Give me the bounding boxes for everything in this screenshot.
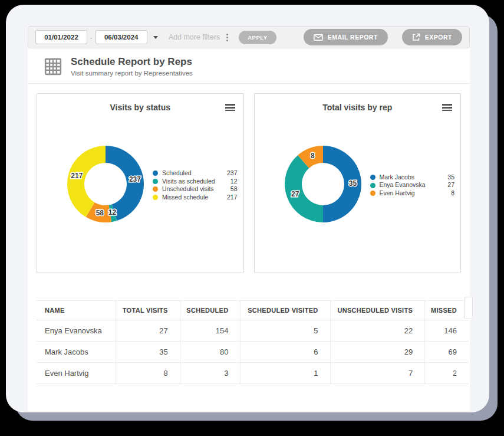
legend-value: 58 <box>230 185 238 194</box>
table-scrollbar-thumb[interactable] <box>464 297 473 319</box>
slice-value-label: 12 <box>108 208 117 217</box>
value-cell: 29 <box>330 342 425 363</box>
value-cell: 7 <box>330 363 425 384</box>
date-dropdown-caret-icon[interactable] <box>153 36 158 39</box>
more-options-icon[interactable] <box>225 32 229 42</box>
legend-dot-icon <box>153 171 158 176</box>
table-row[interactable]: Enya Evanovska27154522146 <box>37 320 469 342</box>
legend-label: Missed schedule <box>162 194 208 202</box>
donut-chart: 2371258217 <box>64 143 147 225</box>
legend-dot-icon <box>370 175 375 180</box>
chart-menu-icon[interactable] <box>225 103 235 113</box>
chart-legend: Scheduled237Visits as scheduled12Unsched… <box>153 169 238 201</box>
legend-value: 35 <box>447 173 454 182</box>
page-title: Schedule Report by Reps <box>71 56 193 68</box>
legend-dot-icon <box>153 195 158 200</box>
legend-item[interactable]: Enya Evanovska27 <box>370 181 455 189</box>
value-cell: 154 <box>180 320 241 342</box>
envelope-icon <box>314 34 323 41</box>
rep-name-cell: Enya Evanovska <box>37 320 116 342</box>
slice-value-label: 237 <box>129 175 141 183</box>
table-column-header[interactable]: MISSED <box>425 301 469 320</box>
value-cell: 146 <box>425 320 469 342</box>
legend-dot-icon <box>153 179 158 184</box>
legend-label: Visits as scheduled <box>162 178 215 186</box>
export-label: EXPORT <box>425 34 452 41</box>
value-cell: 6 <box>241 342 330 363</box>
legend-label: Scheduled <box>162 169 192 178</box>
value-cell: 1 <box>241 363 330 384</box>
value-cell: 5 <box>241 320 330 342</box>
table-column-header[interactable]: TOTAL VISITS <box>116 301 180 320</box>
reps-table-wrap: NAMETOTAL VISITSSCHEDULEDSCHEDULED VISIT… <box>28 273 470 384</box>
legend-label: Unscheduled visits <box>162 185 214 194</box>
export-icon <box>412 33 420 41</box>
legend-label: Mark Jacobs <box>380 173 415 182</box>
legend-dot-icon <box>153 186 158 192</box>
value-cell: 8 <box>116 363 180 384</box>
apply-button[interactable]: APPLY <box>239 31 276 44</box>
value-cell: 22 <box>330 320 425 342</box>
rep-name-cell: Even Hartvig <box>37 363 116 384</box>
donut-segment-1[interactable] <box>285 155 323 222</box>
app-window: - Add more filters APPLY EMAIL REPORT <box>6 5 489 412</box>
legend-item[interactable]: Missed schedule217 <box>153 194 238 202</box>
value-cell: 35 <box>116 342 180 363</box>
legend-label: Enya Evanovska <box>380 181 426 189</box>
legend-value: 237 <box>227 169 238 178</box>
legend-value: 8 <box>451 189 454 198</box>
legend-item[interactable]: Unscheduled visits58 <box>153 185 238 194</box>
legend-value: 27 <box>447 181 454 189</box>
legend-label: Even Hartvig <box>380 189 415 198</box>
chart-card-total-visits-by-rep: Total visits by rep 35278 Mark Jacobs35E… <box>254 93 462 273</box>
chart-menu-icon[interactable] <box>442 103 452 113</box>
value-cell: 2 <box>425 363 469 384</box>
donut-chart: 35278 <box>282 143 364 225</box>
slice-value-label: 217 <box>71 172 83 180</box>
legend-dot-icon <box>370 191 375 196</box>
donut-container: 35278 <box>282 143 364 228</box>
value-cell: 69 <box>425 342 469 363</box>
report-grid-icon <box>44 58 62 76</box>
add-more-filters-link[interactable]: Add more filters <box>169 33 220 41</box>
slice-value-label: 27 <box>291 190 299 198</box>
chart-body: 35278 Mark Jacobs35Enya Evanovska27Even … <box>255 112 461 258</box>
table-column-header[interactable]: SCHEDULED <box>180 301 241 320</box>
value-cell: 27 <box>116 320 180 342</box>
filter-bar: - Add more filters APPLY EMAIL REPORT <box>28 26 470 48</box>
legend-value: 217 <box>227 194 238 202</box>
page-subtitle: Visit summary report by Representatives <box>71 70 193 77</box>
date-range-separator: - <box>90 34 93 41</box>
table-row[interactable]: Mark Jacobs358062969 <box>37 342 469 363</box>
email-report-label: EMAIL REPORT <box>328 34 378 41</box>
chart-title: Total visits by rep <box>255 103 461 112</box>
legend-item[interactable]: Scheduled237 <box>153 169 238 178</box>
legend-item[interactable]: Mark Jacobs35 <box>370 173 455 182</box>
table-column-header[interactable]: SCHEDULED VISITED <box>241 301 330 320</box>
chart-body: 2371258217 Scheduled237Visits as schedul… <box>37 112 243 258</box>
rep-name-cell: Mark Jacobs <box>37 342 116 363</box>
table-header-row: NAMETOTAL VISITSSCHEDULEDSCHEDULED VISIT… <box>37 301 469 320</box>
reps-table: NAMETOTAL VISITSSCHEDULEDSCHEDULED VISIT… <box>37 300 469 384</box>
donut-container: 2371258217 <box>64 143 147 228</box>
charts-row: Visits by status 2371258217 Scheduled237… <box>28 84 470 273</box>
legend-dot-icon <box>370 183 375 188</box>
value-cell: 3 <box>180 363 241 384</box>
legend-value: 12 <box>230 178 238 186</box>
export-button[interactable]: EXPORT <box>402 29 462 45</box>
chart-legend: Mark Jacobs35Enya Evanovska27Even Hartvi… <box>370 173 455 198</box>
table-row[interactable]: Even Hartvig83172 <box>37 363 469 384</box>
legend-item[interactable]: Visits as scheduled12 <box>153 178 238 186</box>
slice-value-label: 8 <box>310 152 314 160</box>
report-header: Schedule Report by Reps Visit summary re… <box>28 48 470 84</box>
content-panel: - Add more filters APPLY EMAIL REPORT <box>28 26 470 411</box>
chart-card-visits-by-status: Visits by status 2371258217 Scheduled237… <box>37 93 244 273</box>
date-from-input[interactable] <box>35 30 87 44</box>
date-to-input[interactable] <box>95 30 147 44</box>
table-column-header[interactable]: UNSCHEDULED VISITS <box>330 301 425 320</box>
table-column-header[interactable]: NAME <box>37 301 116 320</box>
legend-item[interactable]: Even Hartvig8 <box>370 189 455 198</box>
slice-value-label: 35 <box>348 179 357 188</box>
email-report-button[interactable]: EMAIL REPORT <box>304 29 388 45</box>
chart-title: Visits by status <box>37 103 243 112</box>
